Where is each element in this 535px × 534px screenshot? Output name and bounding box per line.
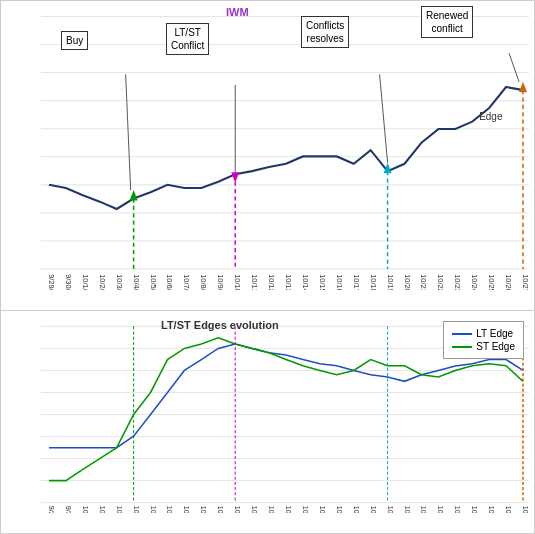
lt-edge-legend: LT Edge (452, 328, 515, 339)
svg-text:10/26/2011: 10/26/2011 (504, 274, 512, 290)
svg-text:10/4/2011: 10/4/2011 (132, 506, 140, 513)
svg-text:10/13/2011: 10/13/2011 (284, 506, 292, 513)
bottom-chart: LT/ST Edges evolution LT Edge ST Edge (1, 311, 534, 533)
svg-text:10/21/2011: 10/21/2011 (419, 274, 427, 290)
svg-text:10/22/2011: 10/22/2011 (436, 274, 444, 290)
svg-text:10/1/2011: 10/1/2011 (81, 274, 89, 290)
svg-text:10/2/2011: 10/2/2011 (98, 274, 106, 290)
chart-title: IWM (226, 6, 249, 18)
svg-text:10/6/2011: 10/6/2011 (166, 274, 174, 290)
svg-text:10/7/2011: 10/7/2011 (182, 274, 190, 290)
svg-marker-56 (519, 82, 527, 93)
svg-line-57 (126, 74, 131, 190)
svg-text:9/30/2011: 9/30/2011 (64, 274, 72, 290)
svg-text:10/25/2011: 10/25/2011 (487, 506, 495, 513)
svg-text:10/19/2011: 10/19/2011 (386, 274, 394, 290)
svg-text:10/18/2011: 10/18/2011 (369, 506, 377, 513)
svg-text:10/11/2011: 10/11/2011 (250, 274, 258, 290)
main-container: Buy LT/STConflict Conflictsresolves Rene… (0, 0, 535, 534)
svg-text:10/6/2011: 10/6/2011 (166, 506, 174, 513)
svg-text:10/3/2011: 10/3/2011 (115, 506, 123, 513)
svg-text:10/27/2011: 10/27/2011 (521, 274, 529, 290)
svg-text:10/26/2011: 10/26/2011 (504, 506, 512, 513)
top-svg: 78 76 74 72 70 68 66 64 62 60 9/29/2011 … (41, 6, 529, 290)
renewed-annotation: Renewedconflict (421, 6, 473, 38)
svg-text:10/14/2011: 10/14/2011 (301, 506, 309, 513)
svg-text:10/4/2011: 10/4/2011 (132, 274, 140, 290)
svg-text:10/12/2011: 10/12/2011 (267, 274, 275, 290)
svg-text:10/25/2011: 10/25/2011 (487, 274, 495, 290)
svg-text:10/19/2011: 10/19/2011 (386, 506, 394, 513)
svg-text:10/3/2011: 10/3/2011 (115, 274, 123, 290)
svg-text:10/18/2011: 10/18/2011 (369, 274, 377, 290)
svg-line-60 (509, 53, 519, 81)
svg-text:10/16/2011: 10/16/2011 (335, 506, 343, 513)
svg-text:10/5/2011: 10/5/2011 (149, 506, 157, 513)
svg-text:10/8/2011: 10/8/2011 (199, 274, 207, 290)
svg-text:10/15/2011: 10/15/2011 (318, 274, 326, 290)
legend: LT Edge ST Edge (443, 321, 524, 359)
svg-marker-52 (231, 172, 239, 183)
svg-text:Edge: Edge (479, 110, 503, 121)
svg-text:10/8/2011: 10/8/2011 (199, 506, 207, 513)
svg-text:10/23/2011: 10/23/2011 (453, 506, 461, 513)
lt-edge-label: LT Edge (476, 328, 513, 339)
svg-text:10/17/2011: 10/17/2011 (352, 506, 360, 513)
svg-text:9/30/2011: 9/30/2011 (64, 506, 72, 513)
svg-text:10/11/2011: 10/11/2011 (250, 506, 258, 513)
lt-edge-line (452, 333, 472, 335)
svg-text:10/15/2011: 10/15/2011 (318, 506, 326, 513)
svg-text:10/10/2011: 10/10/2011 (233, 274, 241, 290)
svg-text:10/2/2011: 10/2/2011 (98, 506, 106, 513)
svg-text:10/20/2011: 10/20/2011 (403, 274, 411, 290)
svg-text:10/7/2011: 10/7/2011 (182, 506, 190, 513)
svg-text:10/5/2011: 10/5/2011 (149, 274, 157, 290)
svg-text:10/16/2011: 10/16/2011 (335, 274, 343, 290)
st-edge-legend: ST Edge (452, 341, 515, 352)
ltst-annotation: LT/STConflict (166, 23, 209, 55)
svg-text:10/9/2011: 10/9/2011 (216, 506, 224, 513)
svg-text:10/23/2011: 10/23/2011 (453, 274, 461, 290)
svg-text:10/17/2011: 10/17/2011 (352, 274, 360, 290)
svg-text:10/24/2011: 10/24/2011 (470, 274, 478, 290)
svg-text:10/21/2011: 10/21/2011 (419, 506, 427, 513)
buy-annotation: Buy (61, 31, 88, 50)
svg-text:9/29/2011: 9/29/2011 (47, 274, 55, 290)
svg-text:10/24/2011: 10/24/2011 (470, 506, 478, 513)
bottom-chart-title: LT/ST Edges evolution (161, 319, 279, 331)
svg-text:10/10/2011: 10/10/2011 (233, 506, 241, 513)
svg-text:10/22/2011: 10/22/2011 (436, 506, 444, 513)
top-chart: Buy LT/STConflict Conflictsresolves Rene… (1, 1, 534, 311)
st-edge-line (452, 346, 472, 348)
svg-text:10/1/2011: 10/1/2011 (81, 506, 89, 513)
svg-marker-50 (130, 190, 138, 201)
conflicts-annotation: Conflictsresolves (301, 16, 349, 48)
svg-text:10/9/2011: 10/9/2011 (216, 274, 224, 290)
svg-line-59 (380, 74, 388, 162)
svg-text:10/13/2011: 10/13/2011 (284, 274, 292, 290)
svg-text:10/27/2011: 10/27/2011 (521, 506, 529, 513)
svg-text:10/20/2011: 10/20/2011 (403, 506, 411, 513)
svg-text:9/29/2011: 9/29/2011 (47, 506, 55, 513)
svg-text:10/14/2011: 10/14/2011 (301, 274, 309, 290)
st-edge-label: ST Edge (476, 341, 515, 352)
svg-text:10/12/2011: 10/12/2011 (267, 506, 275, 513)
